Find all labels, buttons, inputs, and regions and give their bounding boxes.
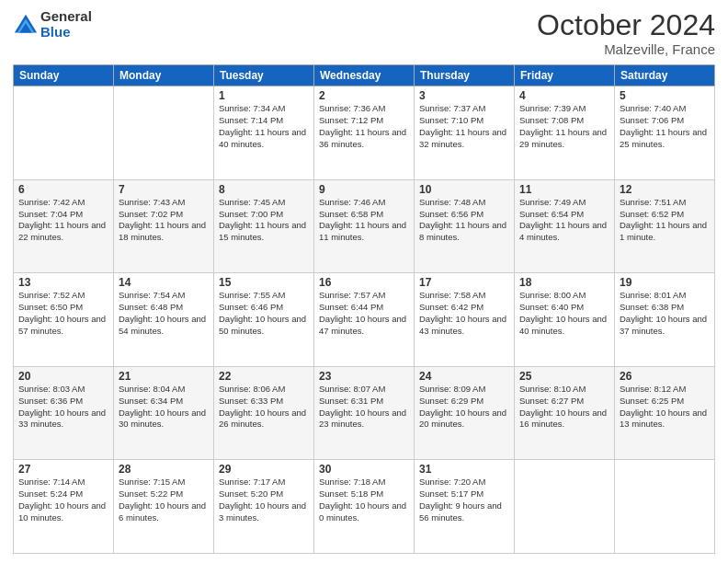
logo-general-text: General — [40, 9, 92, 25]
day-number: 8 — [219, 183, 309, 196]
day-number: 3 — [419, 89, 509, 102]
day-cell: 30Sunrise: 7:18 AM Sunset: 5:18 PM Dayli… — [314, 460, 415, 554]
day-number: 29 — [219, 463, 309, 476]
day-number: 20 — [18, 370, 108, 383]
day-cell: 12Sunrise: 7:51 AM Sunset: 6:52 PM Dayli… — [615, 179, 715, 273]
day-number: 2 — [319, 89, 409, 102]
day-cell: 11Sunrise: 7:49 AM Sunset: 6:54 PM Dayli… — [515, 179, 615, 273]
day-info: Sunrise: 7:58 AM Sunset: 6:42 PM Dayligh… — [419, 290, 509, 337]
day-info: Sunrise: 7:49 AM Sunset: 6:54 PM Dayligh… — [519, 197, 609, 244]
day-number: 25 — [519, 370, 609, 383]
col-friday: Friday — [515, 65, 615, 86]
col-wednesday: Wednesday — [314, 65, 415, 86]
week-row-4: 27Sunrise: 7:14 AM Sunset: 5:24 PM Dayli… — [14, 460, 715, 554]
day-cell: 19Sunrise: 8:01 AM Sunset: 6:38 PM Dayli… — [615, 273, 715, 367]
day-cell: 9Sunrise: 7:46 AM Sunset: 6:58 PM Daylig… — [314, 179, 415, 273]
day-cell: 28Sunrise: 7:15 AM Sunset: 5:22 PM Dayli… — [114, 460, 214, 554]
calendar-table: Sunday Monday Tuesday Wednesday Thursday… — [13, 64, 715, 554]
day-cell: 7Sunrise: 7:43 AM Sunset: 7:02 PM Daylig… — [114, 179, 214, 273]
day-cell: 21Sunrise: 8:04 AM Sunset: 6:34 PM Dayli… — [114, 366, 214, 460]
day-number: 17 — [419, 276, 509, 289]
day-cell: 29Sunrise: 7:17 AM Sunset: 5:20 PM Dayli… — [214, 460, 314, 554]
day-info: Sunrise: 7:48 AM Sunset: 6:56 PM Dayligh… — [419, 197, 509, 244]
day-cell: 4Sunrise: 7:39 AM Sunset: 7:08 PM Daylig… — [515, 86, 615, 180]
day-cell: 1Sunrise: 7:34 AM Sunset: 7:14 PM Daylig… — [214, 86, 314, 180]
day-number: 19 — [620, 276, 710, 289]
day-info: Sunrise: 8:09 AM Sunset: 6:29 PM Dayligh… — [419, 384, 509, 431]
day-info: Sunrise: 7:34 AM Sunset: 7:14 PM Dayligh… — [219, 103, 309, 150]
day-info: Sunrise: 7:54 AM Sunset: 6:48 PM Dayligh… — [119, 290, 209, 337]
day-cell: 13Sunrise: 7:52 AM Sunset: 6:50 PM Dayli… — [14, 273, 114, 367]
day-info: Sunrise: 7:40 AM Sunset: 7:06 PM Dayligh… — [620, 103, 710, 150]
day-number: 21 — [119, 370, 209, 383]
day-info: Sunrise: 7:39 AM Sunset: 7:08 PM Dayligh… — [519, 103, 609, 150]
day-info: Sunrise: 7:36 AM Sunset: 7:12 PM Dayligh… — [319, 103, 409, 150]
day-info: Sunrise: 7:55 AM Sunset: 6:46 PM Dayligh… — [219, 290, 309, 337]
day-info: Sunrise: 7:45 AM Sunset: 7:00 PM Dayligh… — [219, 197, 309, 244]
day-number: 23 — [319, 370, 409, 383]
header-row: Sunday Monday Tuesday Wednesday Thursday… — [14, 65, 715, 86]
day-info: Sunrise: 7:57 AM Sunset: 6:44 PM Dayligh… — [319, 290, 409, 337]
day-info: Sunrise: 7:37 AM Sunset: 7:10 PM Dayligh… — [419, 103, 509, 150]
day-info: Sunrise: 8:07 AM Sunset: 6:31 PM Dayligh… — [319, 384, 409, 431]
day-number: 31 — [419, 463, 509, 476]
day-info: Sunrise: 8:06 AM Sunset: 6:33 PM Dayligh… — [219, 384, 309, 431]
day-number: 14 — [119, 276, 209, 289]
day-cell: 22Sunrise: 8:06 AM Sunset: 6:33 PM Dayli… — [214, 366, 314, 460]
title-location: Malzeville, France — [537, 41, 715, 57]
day-cell: 18Sunrise: 8:00 AM Sunset: 6:40 PM Dayli… — [515, 273, 615, 367]
logo-text: General Blue — [40, 9, 92, 40]
page: General Blue October 2024 Malzeville, Fr… — [0, 0, 728, 563]
day-info: Sunrise: 7:42 AM Sunset: 7:04 PM Dayligh… — [18, 197, 108, 244]
logo-blue-text: Blue — [40, 25, 92, 40]
day-number: 9 — [319, 183, 409, 196]
day-cell: 27Sunrise: 7:14 AM Sunset: 5:24 PM Dayli… — [14, 460, 114, 554]
day-number: 18 — [519, 276, 609, 289]
day-number: 6 — [18, 183, 108, 196]
day-info: Sunrise: 8:03 AM Sunset: 6:36 PM Dayligh… — [18, 384, 108, 431]
day-cell — [515, 460, 615, 554]
title-month: October 2024 — [537, 9, 715, 41]
day-cell: 5Sunrise: 7:40 AM Sunset: 7:06 PM Daylig… — [615, 86, 715, 180]
day-cell: 3Sunrise: 7:37 AM Sunset: 7:10 PM Daylig… — [415, 86, 515, 180]
day-cell: 14Sunrise: 7:54 AM Sunset: 6:48 PM Dayli… — [114, 273, 214, 367]
col-saturday: Saturday — [615, 65, 715, 86]
day-info: Sunrise: 7:18 AM Sunset: 5:18 PM Dayligh… — [319, 477, 409, 523]
week-row-0: 1Sunrise: 7:34 AM Sunset: 7:14 PM Daylig… — [14, 86, 715, 180]
day-number: 15 — [219, 276, 309, 289]
day-info: Sunrise: 8:04 AM Sunset: 6:34 PM Dayligh… — [119, 384, 209, 431]
day-info: Sunrise: 7:43 AM Sunset: 7:02 PM Dayligh… — [119, 197, 209, 244]
day-number: 26 — [620, 370, 710, 383]
day-number: 27 — [18, 463, 108, 476]
week-row-3: 20Sunrise: 8:03 AM Sunset: 6:36 PM Dayli… — [14, 366, 715, 460]
day-cell: 24Sunrise: 8:09 AM Sunset: 6:29 PM Dayli… — [415, 366, 515, 460]
day-cell: 23Sunrise: 8:07 AM Sunset: 6:31 PM Dayli… — [314, 366, 415, 460]
day-cell: 15Sunrise: 7:55 AM Sunset: 6:46 PM Dayli… — [214, 273, 314, 367]
day-cell: 20Sunrise: 8:03 AM Sunset: 6:36 PM Dayli… — [14, 366, 114, 460]
day-info: Sunrise: 8:12 AM Sunset: 6:25 PM Dayligh… — [620, 384, 710, 431]
day-cell: 26Sunrise: 8:12 AM Sunset: 6:25 PM Dayli… — [615, 366, 715, 460]
title-block: October 2024 Malzeville, France — [537, 9, 715, 57]
day-number: 4 — [519, 89, 609, 102]
day-info: Sunrise: 8:10 AM Sunset: 6:27 PM Dayligh… — [519, 384, 609, 431]
col-thursday: Thursday — [415, 65, 515, 86]
day-cell: 8Sunrise: 7:45 AM Sunset: 7:00 PM Daylig… — [214, 179, 314, 273]
day-number: 11 — [519, 183, 609, 196]
day-number: 30 — [319, 463, 409, 476]
week-row-2: 13Sunrise: 7:52 AM Sunset: 6:50 PM Dayli… — [14, 273, 715, 367]
week-row-1: 6Sunrise: 7:42 AM Sunset: 7:04 PM Daylig… — [14, 179, 715, 273]
day-cell — [615, 460, 715, 554]
col-monday: Monday — [114, 65, 214, 86]
day-cell: 25Sunrise: 8:10 AM Sunset: 6:27 PM Dayli… — [515, 366, 615, 460]
col-tuesday: Tuesday — [214, 65, 314, 86]
day-number: 1 — [219, 89, 309, 102]
day-cell — [14, 86, 114, 180]
day-info: Sunrise: 7:20 AM Sunset: 5:17 PM Dayligh… — [419, 477, 509, 523]
day-info: Sunrise: 8:01 AM Sunset: 6:38 PM Dayligh… — [620, 290, 710, 337]
day-info: Sunrise: 8:00 AM Sunset: 6:40 PM Dayligh… — [519, 290, 609, 337]
day-number: 16 — [319, 276, 409, 289]
day-info: Sunrise: 7:52 AM Sunset: 6:50 PM Dayligh… — [18, 290, 108, 337]
day-cell: 31Sunrise: 7:20 AM Sunset: 5:17 PM Dayli… — [415, 460, 515, 554]
day-cell — [114, 86, 214, 180]
day-info: Sunrise: 7:17 AM Sunset: 5:20 PM Dayligh… — [219, 477, 309, 523]
